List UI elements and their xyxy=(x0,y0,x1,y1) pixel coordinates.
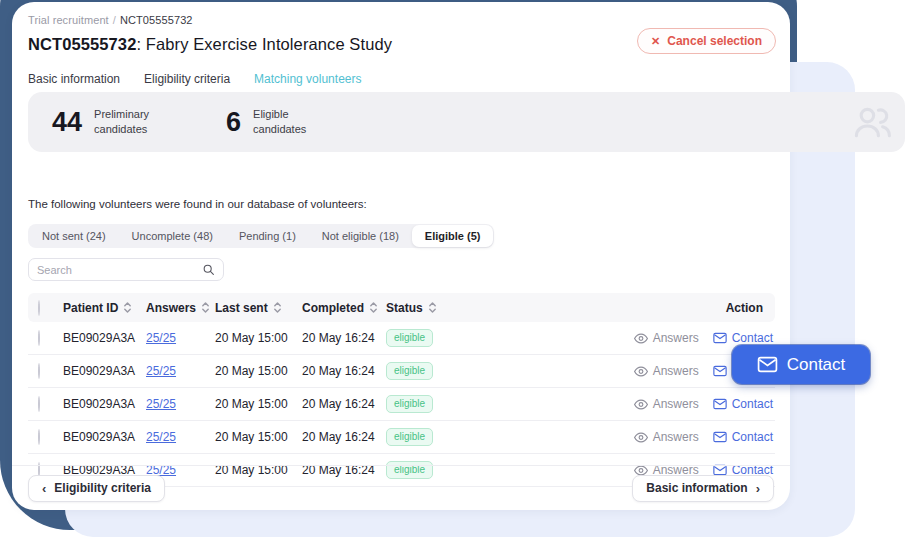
candidates-stats-bar: 44 Preliminary candidates 6 Eligible can… xyxy=(28,92,905,152)
breadcrumb-separator: / xyxy=(113,14,116,26)
stat-label: Preliminary candidates xyxy=(94,107,170,137)
answers-count-link[interactable]: 25/25 xyxy=(146,331,176,345)
filter-not-eligible[interactable]: Not eligible (18) xyxy=(309,225,412,247)
breadcrumb-current: NCT05555732 xyxy=(120,14,193,26)
page-title-id: NCT05555732 xyxy=(28,35,136,53)
sort-icon[interactable] xyxy=(369,301,378,314)
col-completed: Completed xyxy=(302,301,364,315)
close-icon: ✕ xyxy=(651,35,660,48)
answers-count-link[interactable]: 25/25 xyxy=(146,364,176,378)
table-header-row: Patient ID Answers Last sent Completed S… xyxy=(28,293,775,322)
answers-action-label: Answers xyxy=(653,331,699,345)
search-icon xyxy=(202,263,215,276)
stat-value: 6 xyxy=(226,107,241,138)
answers-count-link[interactable]: 25/25 xyxy=(146,430,176,444)
chevron-right-icon: › xyxy=(756,481,760,496)
contact-action[interactable]: Contact xyxy=(713,430,773,444)
answers-action[interactable]: Answers xyxy=(634,397,699,411)
contact-action-label: Contact xyxy=(732,331,773,345)
sort-icon[interactable] xyxy=(201,301,210,314)
answers-count-link[interactable]: 25/25 xyxy=(146,397,176,411)
search-input[interactable] xyxy=(37,264,202,276)
cell-last-sent: 20 May 15:00 xyxy=(215,397,302,411)
cell-completed: 20 May 16:24 xyxy=(302,364,386,378)
table-row: BE09029A3A 25/25 20 May 15:00 20 May 16:… xyxy=(28,355,775,388)
filter-not-sent[interactable]: Not sent (24) xyxy=(29,225,119,247)
page-title: NCT05555732: Fabry Exercise Intolerance … xyxy=(28,35,392,54)
filter-uncomplete[interactable]: Uncomplete (48) xyxy=(119,225,226,247)
table-row: BE09029A3A 25/25 20 May 15:00 20 May 16:… xyxy=(28,388,775,421)
answers-action-label: Answers xyxy=(653,364,699,378)
col-status: Status xyxy=(386,301,423,315)
status-badge: eligible xyxy=(386,395,433,413)
cell-completed: 20 May 16:24 xyxy=(302,331,386,345)
main-card: Trial recruitment/NCT05555732 NCT0555573… xyxy=(12,2,790,510)
cell-completed: 20 May 16:24 xyxy=(302,397,386,411)
col-action: Action xyxy=(625,301,775,315)
answers-action-label: Answers xyxy=(653,397,699,411)
answers-action[interactable]: Answers xyxy=(634,430,699,444)
status-badge: eligible xyxy=(386,428,433,446)
stat-preliminary-candidates: 44 Preliminary candidates xyxy=(52,107,170,138)
row-checkbox[interactable] xyxy=(38,396,40,412)
cell-last-sent: 20 May 15:00 xyxy=(215,364,302,378)
stat-value: 44 xyxy=(52,107,82,138)
filter-pending[interactable]: Pending (1) xyxy=(226,225,309,247)
select-all-checkbox[interactable] xyxy=(38,300,40,316)
sort-icon[interactable] xyxy=(123,301,132,314)
chevron-left-icon: ‹ xyxy=(42,481,46,496)
breadcrumb-parent[interactable]: Trial recruitment xyxy=(28,14,109,26)
col-patient-id: Patient ID xyxy=(63,301,118,315)
contact-action[interactable]: Contact xyxy=(713,397,773,411)
table-row: BE09029A3A 25/25 20 May 15:00 20 May 16:… xyxy=(28,322,775,355)
cell-patient-id: BE09029A3A xyxy=(63,430,146,444)
cell-patient-id: BE09029A3A xyxy=(63,397,146,411)
breadcrumb: Trial recruitment/NCT05555732 xyxy=(28,14,775,26)
page-title-rest: : Fabry Exercise Intolerance Study xyxy=(136,35,392,53)
search-box xyxy=(28,258,224,281)
back-button-label: Eligibility criteria xyxy=(54,481,151,495)
cell-last-sent: 20 May 15:00 xyxy=(215,331,302,345)
table-row: BE09029A3A 25/25 20 May 15:00 20 May 16:… xyxy=(28,421,775,454)
cell-last-sent: 20 May 15:00 xyxy=(215,430,302,444)
contact-overlay-label: Contact xyxy=(787,355,846,375)
card-footer: ‹ Eligibility criteria Basic information… xyxy=(12,465,790,510)
status-badge: eligible xyxy=(386,329,433,347)
contact-action-label: Contact xyxy=(732,430,773,444)
users-icon xyxy=(849,100,895,144)
cancel-selection-button[interactable]: ✕ Cancel selection xyxy=(637,28,776,54)
status-filter-group: Not sent (24) Uncomplete (48) Pending (1… xyxy=(28,224,494,248)
intro-text: The following volunteers were found in o… xyxy=(28,198,775,210)
answers-action[interactable]: Answers xyxy=(634,364,699,378)
col-answers: Answers xyxy=(146,301,196,315)
row-checkbox[interactable] xyxy=(38,330,40,346)
sort-icon[interactable] xyxy=(428,301,437,314)
answers-action[interactable]: Answers xyxy=(634,331,699,345)
stat-label: Eligible candidates xyxy=(253,107,329,137)
col-last-sent: Last sent xyxy=(215,301,268,315)
cell-completed: 20 May 16:24 xyxy=(302,430,386,444)
row-checkbox[interactable] xyxy=(38,363,40,379)
contact-action-label: Contact xyxy=(732,397,773,411)
volunteers-table: Patient ID Answers Last sent Completed S… xyxy=(28,293,775,487)
basic-information-next-button[interactable]: Basic information › xyxy=(632,475,774,502)
status-badge: eligible xyxy=(386,362,433,380)
contact-action[interactable]: Contact xyxy=(713,331,773,345)
contact-overlay-button[interactable]: Contact xyxy=(732,345,870,384)
sort-icon[interactable] xyxy=(273,301,282,314)
answers-action-label: Answers xyxy=(653,430,699,444)
row-checkbox[interactable] xyxy=(38,429,40,445)
cell-patient-id: BE09029A3A xyxy=(63,364,146,378)
stat-eligible-candidates: 6 Eligible candidates xyxy=(226,107,329,138)
next-button-label: Basic information xyxy=(646,481,747,495)
cancel-selection-label: Cancel selection xyxy=(667,34,762,48)
eligibility-criteria-back-button[interactable]: ‹ Eligibility criteria xyxy=(28,475,165,502)
cell-patient-id: BE09029A3A xyxy=(63,331,146,345)
filter-eligible[interactable]: Eligible (5) xyxy=(412,225,494,247)
page: Trial recruitment/NCT05555732 NCT0555573… xyxy=(0,0,912,540)
